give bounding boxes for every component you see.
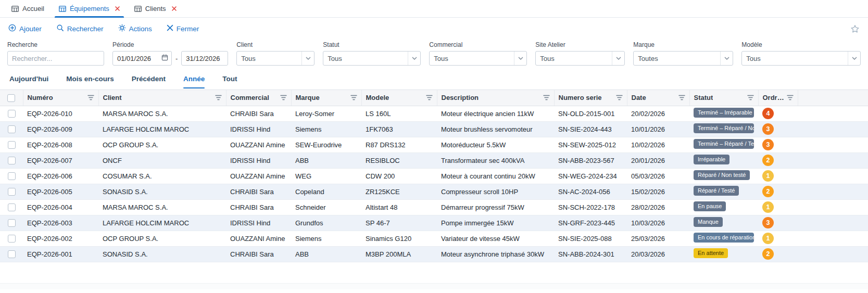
table-row[interactable]: EQP-2026-005 SONASID S.A. CHRAIBI Sara C… (0, 184, 868, 199)
cell-marque: WEG (291, 168, 361, 184)
tab-label: Accueil (22, 5, 44, 12)
row-checkbox[interactable] (8, 250, 16, 258)
chevron-down-icon (720, 52, 733, 65)
row-checkbox[interactable] (8, 141, 16, 149)
table-row[interactable]: EQP-2026-003 LAFARGE HOLCIM MAROC IDRISS… (0, 215, 868, 231)
row-checkbox[interactable] (8, 235, 16, 243)
table-row[interactable]: EQP-2026-010 MARSA MAROC S.A. CHRAIBI Sa… (0, 106, 868, 121)
row-checkbox[interactable] (8, 188, 16, 196)
col-header-modele[interactable]: Modele (361, 90, 437, 106)
quick-filter-precedent[interactable]: Précédent (132, 75, 166, 90)
filter-periode: Période - (112, 41, 228, 66)
col-header-date[interactable]: Date (627, 90, 689, 106)
cell-description: Moteur électrique ancien 11kW (437, 106, 554, 121)
col-header-client[interactable]: Client (98, 90, 226, 106)
col-header-numero[interactable]: Numéro (23, 90, 98, 106)
statut-select[interactable]: Tous (323, 51, 421, 66)
col-header-numero-serie[interactable]: Numero serie (554, 90, 627, 106)
cell-filler (798, 168, 868, 184)
ordre-badge: 3 (762, 217, 774, 228)
quick-filter-annee[interactable]: Année (183, 75, 205, 90)
filter-funnel-icon[interactable] (350, 95, 357, 100)
row-checkbox[interactable] (8, 157, 16, 164)
filter-funnel-icon[interactable] (87, 95, 94, 100)
actions-button[interactable]: Actions (118, 24, 152, 33)
filter-funnel-icon[interactable] (616, 95, 623, 100)
status-badge: Manque (694, 217, 723, 227)
filter-funnel-icon[interactable] (678, 95, 685, 100)
close-icon (167, 24, 173, 33)
cell-client: MARSA MAROC S.A. (98, 199, 226, 215)
cell-filler (798, 152, 868, 168)
col-header-commercial[interactable]: Commercial (226, 90, 291, 106)
calendar-icon[interactable] (161, 54, 168, 62)
table-row[interactable]: EQP-2026-007 ONCF IDRISSI Hind ABB RESIB… (0, 152, 868, 168)
select-all-checkbox[interactable] (7, 94, 15, 102)
tab-close-icon[interactable] (115, 6, 120, 11)
row-checkbox[interactable] (8, 110, 16, 118)
col-header-description[interactable]: Description (437, 90, 554, 106)
tab-close-icon[interactable] (172, 6, 177, 11)
col-header-statut[interactable]: Statut (689, 90, 758, 106)
table-row[interactable]: EQP-2026-001 SONASID S.A. CHRAIBI Sara A… (0, 246, 868, 262)
client-select[interactable]: Tous (236, 51, 315, 66)
cell-filler (798, 137, 868, 152)
cell-description: Moteur brushless servomoteur (437, 121, 554, 137)
cell-ordre: 2 (758, 152, 798, 168)
cell-statut: En cours de réparation (689, 231, 758, 246)
cell-numero-serie: SN-WEG-2024-234 (554, 168, 627, 184)
filter-label: Période (112, 41, 228, 49)
bottom-strip (0, 283, 868, 289)
header-row: Numéro Client Commercial Marque Modele D… (0, 90, 868, 106)
add-button-label: Ajouter (19, 25, 42, 33)
filter-funnel-icon[interactable] (280, 95, 287, 100)
add-button[interactable]: Ajouter (8, 24, 42, 33)
search-input-box (7, 51, 104, 66)
row-checkbox[interactable] (8, 203, 16, 211)
cell-statut: Terminé – Réparé / Test (689, 137, 758, 152)
table-row[interactable]: EQP-2026-002 OCP GROUP S.A. OUAZZANI Ami… (0, 231, 868, 246)
row-checkbox[interactable] (8, 125, 16, 133)
cell-marque: Leroy-Somer (291, 106, 361, 121)
date-to-input[interactable] (186, 55, 223, 62)
favorite-star-icon[interactable] (850, 24, 860, 33)
filter-funnel-icon[interactable] (426, 95, 433, 100)
status-badge: Terminé – Réparé / Test (694, 139, 754, 149)
status-badge: Irréparable (694, 155, 729, 164)
ordre-badge: 2 (762, 248, 774, 260)
close-button[interactable]: Fermer (167, 24, 199, 33)
quick-filter-tout[interactable]: Tout (222, 75, 237, 90)
filter-funnel-icon[interactable] (747, 95, 754, 100)
row-checkbox[interactable] (8, 172, 16, 180)
col-header-marque[interactable]: Marque (291, 90, 361, 106)
site-atelier-select[interactable]: Tous (535, 51, 625, 66)
quick-filter-aujourdhui[interactable]: Aujourd'hui (9, 75, 48, 90)
filter-funnel-icon[interactable] (787, 95, 794, 100)
date-from-input[interactable] (117, 55, 161, 62)
tab-accueil[interactable]: Accueil (4, 0, 52, 17)
cell-modele: Altistart 48 (361, 199, 437, 215)
table-row[interactable]: EQP-2026-009 LAFARGE HOLCIM MAROC IDRISS… (0, 121, 868, 137)
tab-clients[interactable]: Clients (127, 0, 184, 17)
ordre-badge: 2 (762, 155, 774, 166)
filter-funnel-icon[interactable] (543, 95, 550, 100)
commercial-select[interactable]: Tous (429, 51, 527, 66)
tab-equipements[interactable]: Équipements (52, 0, 127, 17)
marque-select[interactable]: Toutes (633, 51, 733, 66)
search-button[interactable]: Rechercher (56, 24, 104, 33)
col-header-ordre[interactable]: Ordre ... (758, 90, 798, 106)
cell-numero-serie: SN-AC-2024-056 (554, 184, 627, 199)
chevron-down-icon (514, 52, 526, 65)
status-badge: En attente (694, 248, 728, 258)
search-input[interactable] (12, 55, 99, 62)
status-badge: Terminé – Réparé / Non (694, 123, 754, 133)
filter-site-atelier: Site Atelier Tous (535, 41, 625, 66)
quick-filter-mois-en-cours[interactable]: Mois en-cours (66, 75, 114, 90)
filter-label: Marque (633, 41, 733, 49)
row-checkbox[interactable] (8, 219, 16, 227)
modele-select[interactable]: Tous (741, 51, 861, 66)
table-row[interactable]: EQP-2026-008 OCP GROUP S.A. OUAZZANI Ami… (0, 137, 868, 152)
filter-funnel-icon[interactable] (215, 95, 222, 100)
table-row[interactable]: EQP-2026-004 MARSA MAROC S.A. CHRAIBI Sa… (0, 199, 868, 215)
table-row[interactable]: EQP-2026-006 COSUMAR S.A. OUAZZANI Amine… (0, 168, 868, 184)
